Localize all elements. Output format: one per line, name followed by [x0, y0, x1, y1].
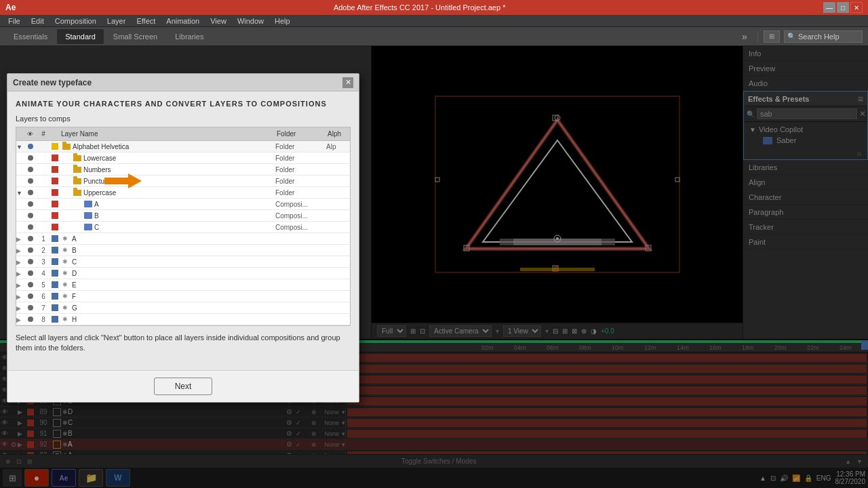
menu-view[interactable]: View: [205, 15, 232, 26]
minimize-button[interactable]: —: [823, 2, 835, 13]
maximize-button[interactable]: □: [837, 2, 849, 13]
expand-l1[interactable]: ▶: [16, 235, 26, 243]
vis-l5[interactable]: [26, 282, 35, 287]
vis-dot-lowercase: [28, 155, 33, 161]
vis-l3[interactable]: [26, 259, 35, 264]
vis-l4[interactable]: [26, 270, 35, 276]
expand-uppercase[interactable]: ▼: [16, 188, 26, 197]
alph-alphabet: Alp: [326, 143, 350, 150]
menu-layer[interactable]: Layer: [102, 15, 132, 26]
menu-help[interactable]: Help: [269, 15, 296, 26]
col-name-header: Layer Name: [60, 130, 275, 138]
menu-effect[interactable]: Effect: [131, 15, 161, 26]
folder-icon-numbers: [73, 167, 81, 173]
vis-l6[interactable]: [26, 293, 35, 299]
vis-dot-comp-c: [28, 224, 33, 230]
vis-uppercase[interactable]: [26, 190, 35, 195]
color-box-comp-b: [52, 212, 58, 219]
star-l8: ✱: [62, 316, 68, 323]
type-punctuation: Folder: [275, 178, 326, 185]
vis-comp-c[interactable]: [26, 224, 35, 230]
menu-composition[interactable]: Composition: [50, 15, 102, 26]
color-box-l3: [52, 258, 58, 265]
vis-l1[interactable]: [26, 236, 35, 241]
table-row-alphabet-helvetica[interactable]: ▼ Alphabet Helvetica: [16, 141, 350, 152]
orange-arrow-svg: [104, 174, 142, 188]
name-comp-a: A: [60, 201, 275, 208]
vis-comp-b[interactable]: [26, 213, 35, 218]
folder-icon-lowercase: [73, 155, 81, 161]
table-row-layer-8[interactable]: ▶ 8 ✱ H: [16, 314, 350, 325]
table-row-layer-6[interactable]: ▶ 6 ✱ F: [16, 291, 350, 302]
menu-edit[interactable]: Edit: [26, 15, 50, 26]
table-row-lowercase[interactable]: Lowercase Folder: [16, 152, 350, 164]
vis-dot-l5: [28, 282, 33, 287]
table-row-layer-7[interactable]: ▶ 7 ✱ G: [16, 302, 350, 314]
tab-small-screen[interactable]: Small Screen: [105, 29, 165, 44]
titlebar-controls: — □ ✕: [823, 2, 863, 13]
name-l8: ✱ H: [60, 316, 275, 323]
table-row-comp-a[interactable]: A Composi...: [16, 199, 350, 210]
table-row-layer-1[interactable]: ▶ 1 ✱ A: [16, 233, 350, 245]
table-row-layer-4[interactable]: ▶ 4 ✱ D: [16, 268, 350, 279]
workspace-more-button[interactable]: »: [737, 29, 752, 44]
vis-l2[interactable]: [26, 247, 35, 253]
table-row-punctuation[interactable]: Punctuation Folder: [16, 176, 350, 187]
color-box-alphabet: [52, 143, 58, 150]
workspace-grid-icon: ⊞: [769, 33, 774, 40]
table-row-uppercase[interactable]: ▼ Uppercase: [16, 187, 350, 199]
expand-alphabet[interactable]: ▼: [16, 142, 26, 150]
vis-l7[interactable]: [26, 305, 35, 310]
vis-l8[interactable]: [26, 317, 35, 322]
workspace-icon[interactable]: ⊞: [764, 30, 780, 43]
close-button[interactable]: ✕: [850, 2, 863, 13]
table-row-layer-3[interactable]: ▶ 3 ✱ C: [16, 256, 350, 268]
star-l5: ✱: [62, 281, 68, 288]
search-input[interactable]: [798, 33, 859, 41]
search-bar: 🔍: [784, 30, 863, 43]
menu-file[interactable]: File: [3, 15, 26, 26]
vis-comp-a[interactable]: [26, 201, 35, 207]
menu-animation[interactable]: Animation: [161, 15, 205, 26]
color-comp-b: [52, 212, 60, 219]
name-text-uppercase: Uppercase: [83, 189, 116, 197]
expand-l4[interactable]: ▶: [16, 269, 26, 277]
expand-l2[interactable]: ▶: [16, 246, 26, 254]
vis-punctuation[interactable]: [26, 178, 35, 184]
next-button[interactable]: Next: [154, 378, 213, 395]
expand-l8[interactable]: ▶: [16, 315, 26, 323]
titlebar-left: Ae: [5, 3, 16, 12]
tab-libraries[interactable]: Libraries: [167, 29, 212, 44]
expand-l7[interactable]: ▶: [16, 304, 26, 312]
tab-standard[interactable]: Standard: [57, 29, 104, 44]
table-row-layer-5[interactable]: ▶ 5 ✱ E: [16, 279, 350, 291]
expand-l5[interactable]: ▶: [16, 281, 26, 289]
table-row-layer-2[interactable]: ▶ 2 ✱ B: [16, 245, 350, 256]
vis-numbers[interactable]: [26, 167, 35, 172]
table-row-comp-c[interactable]: C Composi...: [16, 222, 350, 233]
table-row-numbers[interactable]: Numbers Folder: [16, 164, 350, 176]
name-l6: ✱ F: [60, 293, 275, 300]
name-l7: ✱ G: [60, 304, 275, 312]
table-row-comp-b[interactable]: B Composi...: [16, 210, 350, 222]
vis-dot-l4: [28, 270, 33, 276]
expand-l3[interactable]: ▶: [16, 258, 26, 266]
color-box-comp-c: [52, 224, 58, 230]
vis-dot-l2: [28, 247, 33, 253]
star-l2: ✱: [62, 247, 68, 253]
menu-window[interactable]: Window: [232, 15, 269, 26]
color-box-comp-a: [52, 201, 58, 207]
vis-alphabet[interactable]: [26, 144, 35, 149]
expand-l6[interactable]: ▶: [16, 292, 26, 300]
comp-icon-a: [84, 201, 92, 207]
modal-close-button[interactable]: ✕: [342, 77, 353, 88]
vis-lowercase[interactable]: [26, 155, 35, 161]
comp-icon-b: [84, 212, 92, 219]
vis-dot-l6: [28, 293, 33, 299]
type-lowercase: Folder: [275, 155, 326, 162]
vis-dot-alphabet: [28, 144, 33, 149]
name-text-l3: C: [72, 258, 77, 266]
name-comp-c: C: [60, 224, 275, 231]
tab-essentials[interactable]: Essentials: [5, 29, 56, 44]
num-l3: 3: [35, 258, 52, 266]
